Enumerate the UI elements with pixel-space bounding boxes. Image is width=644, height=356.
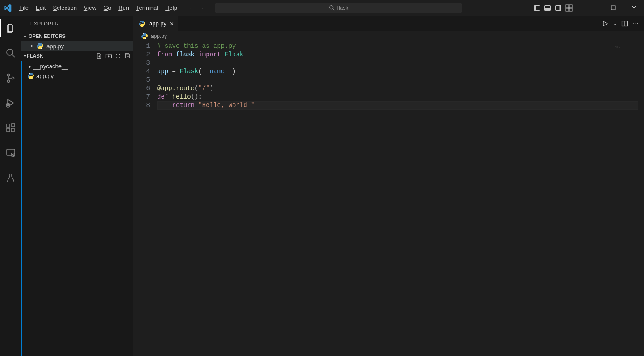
- svg-rect-5: [545, 8, 551, 11]
- svg-line-17: [12, 54, 15, 57]
- svg-point-16: [7, 49, 13, 55]
- menu-go[interactable]: Go: [100, 0, 115, 16]
- activity-source-control-icon[interactable]: [0, 69, 21, 87]
- sidebar-title: EXPLORER: [30, 21, 59, 26]
- search-icon: [329, 5, 335, 11]
- code-line[interactable]: def hello():: [157, 93, 644, 101]
- layout-controls: [532, 4, 573, 12]
- svg-rect-9: [569, 5, 572, 8]
- code-line[interactable]: from flask import Flask: [157, 50, 644, 59]
- activity-extensions-icon[interactable]: [0, 119, 21, 137]
- nav-buttons: ← →: [189, 4, 204, 11]
- svg-point-34: [29, 73, 30, 74]
- code-line[interactable]: return "Hello, World!": [157, 101, 644, 110]
- svg-rect-26: [7, 128, 10, 132]
- svg-point-20: [12, 77, 14, 79]
- tab-bar: app.py × ⌄ ⋯: [134, 16, 644, 31]
- activity-remote-explorer-icon[interactable]: [0, 144, 21, 162]
- svg-point-18: [8, 74, 10, 76]
- menu-help[interactable]: Help: [162, 0, 181, 16]
- svg-rect-3: [534, 5, 536, 10]
- collapse-all-icon[interactable]: [124, 53, 131, 59]
- file-tree: __pycache__app.py: [21, 61, 133, 356]
- tab-label: app.py: [149, 20, 166, 27]
- code-line[interactable]: app = Flask(__name__): [157, 67, 644, 76]
- svg-rect-7: [560, 5, 561, 10]
- code-editor[interactable]: 12345678 # save this as app.pyfrom flask…: [134, 41, 644, 356]
- menu-view[interactable]: View: [80, 0, 100, 16]
- command-center-search[interactable]: flask: [215, 3, 462, 13]
- tree-file[interactable]: app.py: [22, 71, 133, 81]
- line-number-gutter: 12345678: [134, 41, 157, 356]
- svg-rect-25: [7, 124, 10, 127]
- menu-terminal[interactable]: Terminal: [133, 0, 162, 16]
- editor-tab[interactable]: app.py ×: [134, 16, 179, 31]
- menu-run[interactable]: Run: [115, 0, 133, 16]
- svg-point-37: [143, 25, 144, 26]
- search-text: flask: [337, 5, 349, 11]
- new-file-icon[interactable]: [96, 53, 103, 59]
- svg-rect-10: [566, 8, 569, 11]
- open-editors-section-header[interactable]: OPEN EDITORS: [21, 31, 133, 41]
- editor-area: app.py × ⌄ ⋯ app.py 12345678 # save this…: [134, 16, 644, 356]
- code-line[interactable]: # save this as app.py: [157, 42, 644, 50]
- breadcrumb[interactable]: app.py: [134, 31, 644, 41]
- vertical-scrollbar[interactable]: [638, 41, 644, 356]
- toggle-panel-icon[interactable]: [543, 4, 552, 12]
- nav-back-icon[interactable]: ←: [189, 4, 195, 11]
- window-close-button[interactable]: [623, 0, 644, 16]
- open-editor-item[interactable]: × app.py: [21, 41, 133, 51]
- svg-point-19: [8, 80, 10, 83]
- tree-folder[interactable]: __pycache__: [22, 61, 133, 71]
- code-line[interactable]: [157, 59, 644, 67]
- run-file-icon[interactable]: [602, 20, 609, 27]
- editor-more-icon[interactable]: ⋯: [633, 20, 639, 27]
- activity-testing-icon[interactable]: [0, 169, 21, 187]
- svg-point-36: [141, 21, 141, 22]
- sidebar: EXPLORER ⋯ OPEN EDITORS × app.py FLASK _…: [21, 16, 134, 356]
- svg-line-1: [333, 9, 334, 10]
- code-line[interactable]: @app.route("/"): [157, 84, 644, 93]
- activity-search-icon[interactable]: [0, 44, 21, 62]
- svg-rect-27: [11, 128, 14, 132]
- folder-section-header[interactable]: FLASK: [21, 51, 133, 61]
- menu-edit[interactable]: Edit: [32, 0, 49, 16]
- svg-rect-13: [611, 6, 615, 10]
- svg-point-35: [32, 78, 33, 79]
- code-line[interactable]: [157, 76, 644, 84]
- activity-explorer-icon[interactable]: [0, 19, 21, 37]
- sidebar-more-icon[interactable]: ⋯: [123, 21, 129, 26]
- menu-bar: FileEditSelectionViewGoRunTerminalHelp: [16, 0, 181, 16]
- code-content[interactable]: # save this as app.pyfrom flask import F…: [157, 41, 644, 356]
- toggle-secondary-sidebar-icon[interactable]: [554, 4, 563, 12]
- open-editor-name: app.py: [46, 43, 64, 50]
- tab-close-icon[interactable]: ×: [170, 20, 174, 27]
- svg-point-31: [39, 43, 40, 44]
- minimap[interactable]: ▬▬▬▬▬▬▬ ▬▬▬▬▬ ▬▬▬▬▬▬▬▬ ▬▬ ▬▬▬ ▬▬▬: [615, 41, 638, 68]
- refresh-icon[interactable]: [115, 53, 121, 59]
- run-dropdown-icon[interactable]: ⌄: [613, 21, 617, 26]
- titlebar: FileEditSelectionViewGoRunTerminalHelp ←…: [0, 0, 644, 16]
- svg-point-41: [145, 38, 146, 39]
- window-maximize-button[interactable]: [603, 0, 623, 16]
- toggle-primary-sidebar-icon[interactable]: [532, 4, 541, 12]
- python-file-icon: [37, 42, 44, 50]
- menu-selection[interactable]: Selection: [49, 0, 80, 16]
- split-editor-icon[interactable]: [621, 20, 628, 27]
- python-file-icon: [138, 20, 145, 27]
- customize-layout-icon[interactable]: [565, 4, 573, 12]
- vscode-logo-icon: [0, 4, 16, 12]
- svg-rect-28: [12, 124, 15, 127]
- activity-bar: [0, 16, 21, 356]
- python-file-icon: [141, 33, 148, 40]
- close-editor-icon[interactable]: ×: [30, 42, 34, 50]
- breadcrumb-file: app.py: [151, 33, 167, 39]
- svg-rect-8: [566, 5, 569, 8]
- window-minimize-button[interactable]: [582, 0, 603, 16]
- menu-file[interactable]: File: [16, 0, 32, 16]
- new-folder-icon[interactable]: [105, 53, 112, 59]
- activity-run-debug-icon[interactable]: [0, 94, 21, 112]
- nav-forward-icon[interactable]: →: [198, 4, 204, 11]
- svg-rect-11: [569, 8, 572, 11]
- svg-point-32: [41, 48, 42, 49]
